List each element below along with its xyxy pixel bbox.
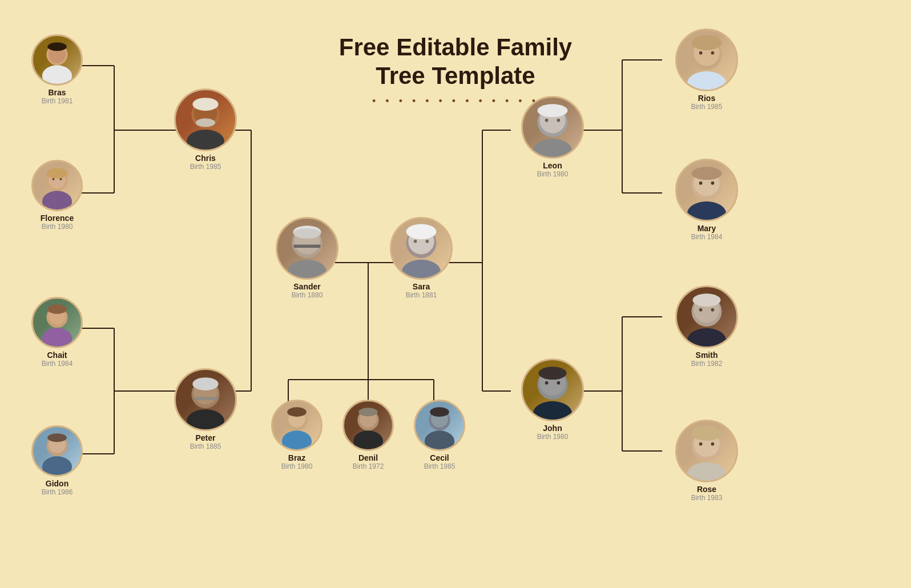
birth-cecil: Birth 1985	[424, 462, 456, 470]
avatar-mary	[675, 159, 738, 221]
birth-rose: Birth 1983	[691, 494, 723, 502]
svg-point-87	[545, 119, 549, 122]
svg-point-99	[699, 182, 703, 185]
avatar-peter	[174, 368, 237, 431]
birth-rios: Birth 1985	[691, 103, 723, 111]
svg-point-70	[426, 240, 429, 243]
svg-point-57	[192, 377, 218, 390]
person-chris: Chris Birth 1985	[166, 88, 245, 171]
person-braz: Braz Birth 1980	[263, 400, 331, 470]
person-sara: Sara Birth 1881	[381, 217, 461, 299]
name-braz: Braz	[288, 453, 305, 462]
avatar-leon	[521, 96, 584, 159]
person-rios: Rios Birth 1985	[667, 29, 747, 111]
person-sander: Sander Birth 1880	[267, 217, 347, 299]
svg-point-104	[692, 293, 720, 307]
avatar-sara	[390, 217, 453, 280]
avatar-denil	[342, 400, 394, 451]
birth-chait: Birth 1984	[42, 360, 73, 368]
birth-denil: Birth 1972	[353, 462, 384, 470]
avatar-chris	[174, 88, 237, 151]
name-mary: Mary	[698, 224, 716, 233]
svg-point-80	[425, 430, 454, 449]
svg-point-69	[414, 240, 417, 243]
name-sara: Sara	[413, 282, 430, 291]
name-john: John	[543, 424, 562, 433]
person-leon: Leon Birth 1980	[513, 96, 592, 178]
svg-point-36	[42, 191, 72, 210]
svg-point-42	[187, 130, 224, 150]
svg-point-112	[557, 381, 561, 385]
svg-point-74	[287, 407, 307, 417]
person-john: John Birth 1980	[513, 359, 592, 441]
avatar-bras	[31, 34, 83, 86]
name-bras: Bras	[48, 88, 66, 97]
name-peter: Peter	[195, 433, 215, 442]
name-chris: Chris	[195, 154, 216, 163]
svg-point-38	[46, 168, 67, 179]
avatar-florence	[31, 160, 83, 211]
name-chait: Chait	[47, 351, 67, 360]
birth-sara: Birth 1881	[406, 291, 437, 299]
svg-point-76	[353, 430, 383, 449]
page-title: Free Editable Family Tree Template	[0, 16, 911, 91]
svg-point-49	[47, 304, 67, 314]
person-cecil: Cecil Birth 1985	[405, 400, 474, 470]
person-mary: Mary Birth 1984	[667, 159, 747, 241]
svg-rect-63	[293, 244, 320, 248]
svg-point-78	[358, 408, 378, 416]
name-denil: Denil	[358, 453, 378, 462]
svg-point-114	[687, 462, 726, 481]
svg-point-44	[192, 98, 218, 111]
svg-point-108	[533, 401, 572, 420]
svg-point-51	[42, 456, 72, 475]
svg-point-64	[293, 228, 321, 239]
svg-point-110	[538, 367, 566, 380]
svg-point-92	[692, 35, 722, 50]
birth-sander: Birth 1880	[292, 291, 323, 299]
svg-point-96	[687, 202, 726, 220]
avatar-rios	[675, 29, 738, 91]
svg-point-84	[533, 139, 572, 157]
svg-point-66	[402, 260, 441, 278]
name-florence: Florence	[41, 214, 74, 223]
birth-peter: Birth 1885	[190, 442, 221, 450]
svg-point-118	[711, 442, 715, 446]
svg-point-55	[187, 409, 224, 429]
svg-point-45	[196, 118, 215, 127]
svg-point-105	[699, 308, 703, 312]
svg-point-111	[545, 381, 549, 385]
person-gidon: Gidon Birth 1986	[23, 425, 91, 496]
svg-point-32	[42, 65, 72, 84]
avatar-cecil	[414, 400, 465, 451]
name-rios: Rios	[698, 94, 715, 103]
svg-point-93	[699, 51, 703, 55]
person-denil: Denil Birth 1972	[334, 400, 402, 470]
avatar-chait	[31, 297, 83, 348]
svg-point-86	[538, 104, 568, 117]
svg-point-102	[687, 328, 726, 347]
svg-point-98	[692, 167, 722, 180]
birth-john: Birth 1980	[537, 433, 569, 441]
svg-point-106	[711, 308, 715, 312]
birth-mary: Birth 1984	[691, 233, 723, 241]
svg-point-82	[430, 407, 449, 417]
avatar-braz	[271, 400, 323, 451]
birth-braz: Birth 1980	[281, 462, 313, 470]
birth-smith: Birth 1982	[691, 360, 723, 368]
person-peter: Peter Birth 1885	[166, 368, 245, 450]
avatar-john	[521, 359, 584, 421]
svg-point-68	[406, 224, 437, 239]
name-gidon: Gidon	[46, 479, 68, 488]
svg-point-60	[288, 260, 326, 278]
avatar-gidon	[31, 425, 83, 477]
svg-point-117	[699, 442, 703, 446]
svg-point-47	[42, 328, 72, 347]
family-tree: Free Editable Family Tree Template • • •…	[0, 0, 911, 588]
person-chait: Chait Birth 1984	[23, 297, 91, 368]
name-cecil: Cecil	[430, 453, 449, 462]
svg-point-53	[47, 433, 67, 442]
birth-chris: Birth 1985	[190, 163, 221, 171]
avatar-rose	[675, 420, 738, 482]
decorative-dots: • • • • • • • • • • • • •	[0, 95, 911, 107]
